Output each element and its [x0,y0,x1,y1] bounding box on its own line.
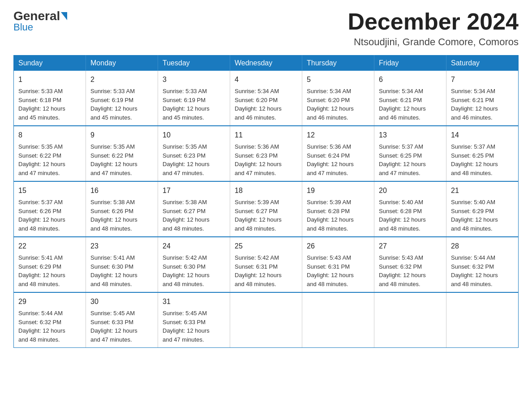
day-info: Sunrise: 5:40 AMSunset: 6:29 PMDaylight:… [451,198,514,233]
calendar-cell: 21Sunrise: 5:40 AMSunset: 6:29 PMDayligh… [446,181,519,237]
day-number: 2 [90,74,153,85]
day-info: Sunrise: 5:44 AMSunset: 6:32 PMDaylight:… [18,309,81,344]
header-monday: Monday [86,56,158,71]
calendar-cell [446,292,519,348]
calendar-cell: 25Sunrise: 5:42 AMSunset: 6:31 PMDayligh… [230,237,302,292]
day-number: 31 [163,296,225,307]
day-number: 15 [18,185,81,196]
calendar-cell: 12Sunrise: 5:36 AMSunset: 6:24 PMDayligh… [302,126,374,181]
day-number: 22 [18,241,81,252]
day-info: Sunrise: 5:34 AMSunset: 6:21 PMDaylight:… [451,87,514,122]
month-year-title: December 2024 [348,9,519,34]
day-info: Sunrise: 5:35 AMSunset: 6:22 PMDaylight:… [18,142,81,177]
calendar-table: SundayMondayTuesdayWednesdayThursdayFrid… [13,55,519,348]
calendar-cell: 26Sunrise: 5:43 AMSunset: 6:31 PMDayligh… [302,237,374,292]
day-number: 25 [235,241,297,252]
day-number: 19 [307,185,369,196]
calendar-cell: 19Sunrise: 5:39 AMSunset: 6:28 PMDayligh… [302,181,374,237]
day-number: 13 [379,130,442,141]
header-tuesday: Tuesday [158,56,230,71]
day-number: 11 [235,130,297,141]
day-number: 4 [235,74,297,85]
calendar-cell: 29Sunrise: 5:44 AMSunset: 6:32 PMDayligh… [14,292,86,348]
day-info: Sunrise: 5:35 AMSunset: 6:22 PMDaylight:… [90,142,153,177]
logo-blue: Blue [13,21,33,33]
calendar-cell [374,292,446,348]
calendar-cell: 27Sunrise: 5:43 AMSunset: 6:32 PMDayligh… [374,237,446,292]
calendar-cell: 22Sunrise: 5:41 AMSunset: 6:29 PMDayligh… [14,237,86,292]
day-info: Sunrise: 5:36 AMSunset: 6:23 PMDaylight:… [235,142,297,177]
day-info: Sunrise: 5:37 AMSunset: 6:25 PMDaylight:… [379,142,442,177]
day-info: Sunrise: 5:33 AMSunset: 6:19 PMDaylight:… [90,87,153,122]
day-number: 1 [18,74,81,85]
day-number: 26 [307,241,369,252]
day-info: Sunrise: 5:38 AMSunset: 6:27 PMDaylight:… [163,198,225,233]
day-info: Sunrise: 5:34 AMSunset: 6:20 PMDaylight:… [307,87,369,122]
calendar-cell: 11Sunrise: 5:36 AMSunset: 6:23 PMDayligh… [230,126,302,181]
day-number: 10 [163,130,225,141]
calendar-cell: 24Sunrise: 5:42 AMSunset: 6:30 PMDayligh… [158,237,230,292]
day-info: Sunrise: 5:34 AMSunset: 6:20 PMDaylight:… [235,87,297,122]
calendar-cell: 28Sunrise: 5:44 AMSunset: 6:32 PMDayligh… [446,237,519,292]
logo: General Blue [13,9,68,33]
day-number: 12 [307,130,369,141]
calendar-cell: 8Sunrise: 5:35 AMSunset: 6:22 PMDaylight… [14,126,86,181]
calendar-cell: 14Sunrise: 5:37 AMSunset: 6:25 PMDayligh… [446,126,519,181]
logo-triangle-icon [61,12,67,20]
day-number: 8 [18,130,81,141]
title-section: December 2024 Ntsoudjini, Grande Comore,… [348,9,519,48]
day-info: Sunrise: 5:44 AMSunset: 6:32 PMDaylight:… [451,253,514,288]
day-number: 24 [163,241,225,252]
day-info: Sunrise: 5:34 AMSunset: 6:21 PMDaylight:… [379,87,442,122]
header-wednesday: Wednesday [230,56,302,71]
calendar-cell: 31Sunrise: 5:45 AMSunset: 6:33 PMDayligh… [158,292,230,348]
week-row-1: 1Sunrise: 5:33 AMSunset: 6:18 PMDaylight… [14,71,519,126]
day-info: Sunrise: 5:41 AMSunset: 6:29 PMDaylight:… [18,253,81,288]
week-row-3: 15Sunrise: 5:37 AMSunset: 6:26 PMDayligh… [14,181,519,237]
calendar-cell: 2Sunrise: 5:33 AMSunset: 6:19 PMDaylight… [86,71,158,126]
day-info: Sunrise: 5:37 AMSunset: 6:25 PMDaylight:… [451,142,514,177]
header-friday: Friday [374,56,446,71]
day-number: 9 [90,130,153,141]
week-row-5: 29Sunrise: 5:44 AMSunset: 6:32 PMDayligh… [14,292,519,348]
calendar-cell: 20Sunrise: 5:40 AMSunset: 6:28 PMDayligh… [374,181,446,237]
calendar-cell: 3Sunrise: 5:33 AMSunset: 6:19 PMDaylight… [158,71,230,126]
calendar-cell: 15Sunrise: 5:37 AMSunset: 6:26 PMDayligh… [14,181,86,237]
day-number: 17 [163,185,225,196]
day-number: 21 [451,185,514,196]
day-number: 5 [307,74,369,85]
day-number: 28 [451,241,514,252]
calendar-cell: 1Sunrise: 5:33 AMSunset: 6:18 PMDaylight… [14,71,86,126]
week-row-4: 22Sunrise: 5:41 AMSunset: 6:29 PMDayligh… [14,237,519,292]
day-info: Sunrise: 5:33 AMSunset: 6:19 PMDaylight:… [163,87,225,122]
day-number: 7 [451,74,514,85]
day-info: Sunrise: 5:33 AMSunset: 6:18 PMDaylight:… [18,87,81,122]
calendar-cell: 9Sunrise: 5:35 AMSunset: 6:22 PMDaylight… [86,126,158,181]
day-number: 16 [90,185,153,196]
calendar-cell [230,292,302,348]
day-info: Sunrise: 5:42 AMSunset: 6:30 PMDaylight:… [163,253,225,288]
day-info: Sunrise: 5:39 AMSunset: 6:27 PMDaylight:… [235,198,297,233]
header-saturday: Saturday [446,56,519,71]
calendar-cell [302,292,374,348]
page-header: General Blue December 2024 Ntsoudjini, G… [13,9,519,48]
day-info: Sunrise: 5:40 AMSunset: 6:28 PMDaylight:… [379,198,442,233]
day-number: 29 [18,296,81,307]
day-number: 27 [379,241,442,252]
day-info: Sunrise: 5:41 AMSunset: 6:30 PMDaylight:… [90,253,153,288]
calendar-cell: 4Sunrise: 5:34 AMSunset: 6:20 PMDaylight… [230,71,302,126]
calendar-cell: 16Sunrise: 5:38 AMSunset: 6:26 PMDayligh… [86,181,158,237]
day-info: Sunrise: 5:36 AMSunset: 6:24 PMDaylight:… [307,142,369,177]
calendar-cell: 23Sunrise: 5:41 AMSunset: 6:30 PMDayligh… [86,237,158,292]
day-info: Sunrise: 5:43 AMSunset: 6:32 PMDaylight:… [379,253,442,288]
header-thursday: Thursday [302,56,374,71]
day-info: Sunrise: 5:35 AMSunset: 6:23 PMDaylight:… [163,142,225,177]
day-number: 30 [90,296,153,307]
calendar-cell: 30Sunrise: 5:45 AMSunset: 6:33 PMDayligh… [86,292,158,348]
week-row-2: 8Sunrise: 5:35 AMSunset: 6:22 PMDaylight… [14,126,519,181]
day-number: 20 [379,185,442,196]
day-info: Sunrise: 5:45 AMSunset: 6:33 PMDaylight:… [90,309,153,344]
day-info: Sunrise: 5:43 AMSunset: 6:31 PMDaylight:… [307,253,369,288]
calendar-header-row: SundayMondayTuesdayWednesdayThursdayFrid… [14,56,519,71]
calendar-cell: 10Sunrise: 5:35 AMSunset: 6:23 PMDayligh… [158,126,230,181]
